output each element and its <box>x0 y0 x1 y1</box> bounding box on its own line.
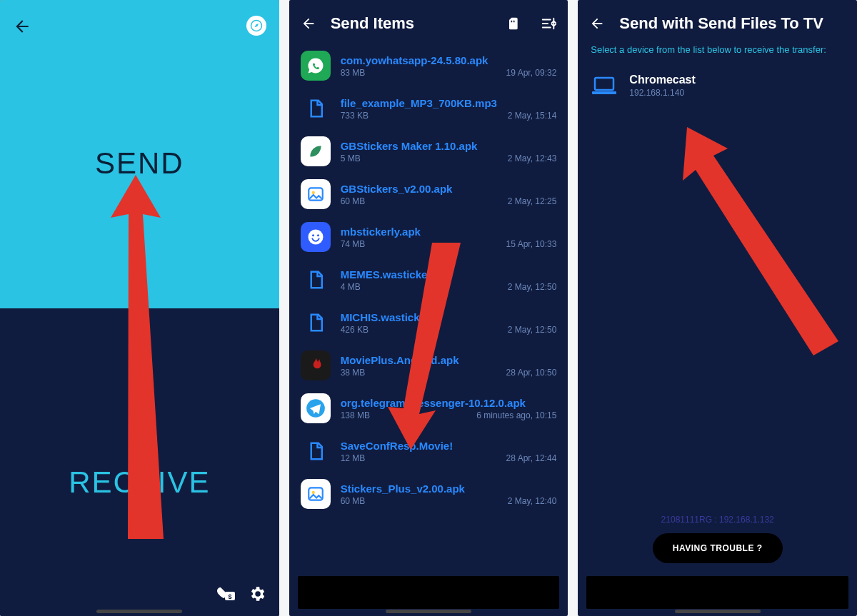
file-name: mbstickerly.apk <box>341 226 557 238</box>
leaf-icon <box>301 136 331 166</box>
svg-point-6 <box>311 191 314 194</box>
file-date: 2 May, 15:14 <box>508 111 556 121</box>
device-ip: 192.168.1.140 <box>629 88 695 98</box>
file-row[interactable]: MEMES.wastickers4 MB2 May, 12:50 <box>289 258 568 301</box>
panel-send-items: Send Items com.yowhatsapp-24.5.80.apk83 … <box>289 0 568 616</box>
file-meta: 60 MB2 May, 12:40 <box>341 496 557 506</box>
file-meta: 12 MB28 Apr, 12:44 <box>341 453 557 463</box>
gear-icon[interactable] <box>248 585 266 603</box>
local-device-info: 21081111RG : 192.168.1.132 <box>578 515 857 533</box>
file-row[interactable]: org.telegram.messenger-10.12.0.apk138 MB… <box>289 387 568 430</box>
file-row[interactable]: MoviePlus.Android.apk38 MB28 Apr, 10:50 <box>289 344 568 387</box>
file-info: GBStickers Maker 1.10.apk5 MB2 May, 12:4… <box>341 140 557 163</box>
whatsapp-icon <box>301 51 331 81</box>
file-name: SaveConfResp.Movie! <box>341 440 557 452</box>
nav-handle-icon <box>386 610 471 613</box>
file-meta: 4 MB2 May, 12:50 <box>341 282 557 292</box>
image-icon <box>301 179 331 209</box>
flame-icon <box>301 350 331 380</box>
file-date: 15 Apr, 10:33 <box>506 239 557 249</box>
file-date: 28 Apr, 12:44 <box>506 453 557 463</box>
file-name: org.telegram.messenger-10.12.0.apk <box>341 397 557 409</box>
file-row[interactable]: MICHIS.wastickers426 KB2 May, 12:50 <box>289 301 568 344</box>
svg-rect-15 <box>592 91 616 94</box>
file-date: 2 May, 12:50 <box>508 325 556 335</box>
file-name: GBStickers Maker 1.10.apk <box>341 140 557 152</box>
image-icon <box>301 479 331 509</box>
smile-icon <box>301 222 331 252</box>
panel-main: SEND RECEIVE $ <box>0 0 279 616</box>
back-button[interactable] <box>589 16 605 31</box>
receive-zone[interactable]: RECEIVE $ <box>0 308 279 617</box>
file-size: 12 MB <box>341 453 366 463</box>
panel-select-device: Send with Send Files To TV Select a devi… <box>578 0 857 616</box>
file-size: 60 MB <box>341 196 366 206</box>
svg-rect-14 <box>595 78 613 90</box>
send-zone[interactable]: SEND <box>0 0 279 308</box>
file-row[interactable]: file_example_MP3_700KB.mp3733 KB2 May, 1… <box>289 87 568 130</box>
file-date: 2 May, 12:43 <box>508 153 556 163</box>
back-button[interactable] <box>301 16 316 31</box>
file-name: MEMES.wastickers <box>341 268 557 281</box>
receive-label: RECEIVE <box>69 465 210 500</box>
file-date: 6 minutes ago, 10:15 <box>476 410 556 420</box>
file-info: Stickers_Plus_v2.00.apk60 MB2 May, 12:40 <box>341 483 557 506</box>
file-info: MoviePlus.Android.apk38 MB28 Apr, 10:50 <box>341 354 557 378</box>
nav-handle-icon <box>96 610 182 613</box>
file-date: 2 May, 12:40 <box>508 496 556 506</box>
telegram-icon <box>301 393 331 423</box>
file-row[interactable]: SaveConfResp.Movie!12 MB28 Apr, 12:44 <box>289 430 568 473</box>
device-row[interactable]: Chromecast 192.168.1.140 <box>578 65 857 106</box>
bottom-icons: $ <box>215 585 266 603</box>
file-name: MoviePlus.Android.apk <box>341 354 557 366</box>
svg-point-9 <box>317 234 319 236</box>
file-row[interactable]: GBStickers_v2.00.apk60 MB2 May, 12:25 <box>289 173 568 216</box>
svg-point-12 <box>311 491 314 494</box>
file-size: 426 KB <box>341 325 369 335</box>
file-info: com.yowhatsapp-24.5.80.apk83 MB19 Apr, 0… <box>341 54 557 78</box>
sort-icon[interactable] <box>541 16 556 31</box>
file-size: 83 MB <box>341 68 366 78</box>
file-meta: 60 MB2 May, 12:25 <box>341 196 557 206</box>
donate-icon[interactable]: $ <box>215 585 236 602</box>
file-meta: 733 KB2 May, 15:14 <box>341 111 557 121</box>
file-size: 74 MB <box>341 239 366 249</box>
svg-text:$: $ <box>228 593 231 600</box>
file-list: com.yowhatsapp-24.5.80.apk83 MB19 Apr, 0… <box>289 44 568 572</box>
file-size: 733 KB <box>341 111 369 121</box>
file-info: MEMES.wastickers4 MB2 May, 12:50 <box>341 268 557 292</box>
back-button[interactable] <box>13 17 31 36</box>
file-size: 38 MB <box>341 368 366 378</box>
having-trouble-button[interactable]: HAVING TROUBLE ? <box>653 533 783 563</box>
file-meta: 138 MB6 minutes ago, 10:15 <box>341 410 557 420</box>
file-size: 138 MB <box>341 410 370 420</box>
compass-icon[interactable] <box>246 16 266 36</box>
svg-point-7 <box>308 230 323 245</box>
file-row[interactable]: Stickers_Plus_v2.00.apk60 MB2 May, 12:40 <box>289 473 568 515</box>
header: Send Items <box>289 0 568 44</box>
file-name: file_example_MP3_700KB.mp3 <box>341 97 557 109</box>
doc-icon <box>301 265 331 295</box>
file-info: mbstickerly.apk74 MB15 Apr, 10:33 <box>341 226 557 249</box>
doc-icon <box>301 436 331 466</box>
file-date: 2 May, 12:25 <box>508 196 556 206</box>
file-row[interactable]: GBStickers Maker 1.10.apk5 MB2 May, 12:4… <box>289 130 568 173</box>
ad-banner[interactable] <box>298 576 560 609</box>
send-label: SEND <box>95 146 184 181</box>
file-info: file_example_MP3_700KB.mp3733 KB2 May, 1… <box>341 97 557 121</box>
ad-banner[interactable] <box>586 576 848 609</box>
file-size: 4 MB <box>341 282 361 292</box>
file-meta: 426 KB2 May, 12:50 <box>341 325 557 335</box>
file-date: 19 Apr, 09:32 <box>506 68 557 78</box>
file-size: 60 MB <box>341 496 366 506</box>
storage-icon[interactable] <box>505 16 521 31</box>
file-info: GBStickers_v2.00.apk60 MB2 May, 12:25 <box>341 183 557 206</box>
svg-point-8 <box>312 234 314 236</box>
file-row[interactable]: com.yowhatsapp-24.5.80.apk83 MB19 Apr, 0… <box>289 44 568 87</box>
file-date: 2 May, 12:50 <box>508 282 556 292</box>
page-title: Send with Send Files To TV <box>619 14 846 33</box>
file-info: org.telegram.messenger-10.12.0.apk138 MB… <box>341 397 557 420</box>
file-size: 5 MB <box>341 153 361 163</box>
instruction-text: Select a device from the list below to r… <box>578 44 857 65</box>
file-row[interactable]: mbstickerly.apk74 MB15 Apr, 10:33 <box>289 216 568 258</box>
